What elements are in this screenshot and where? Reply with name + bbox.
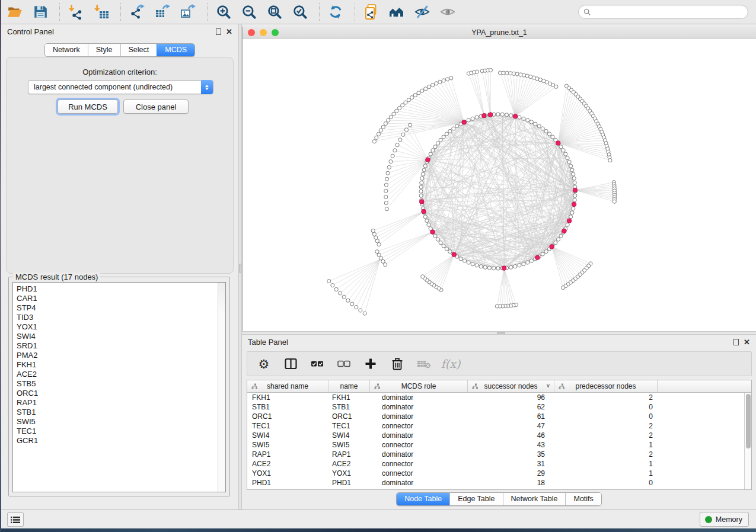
cell-predecessor-nodes[interactable]: 1 [554,460,658,468]
save-session-icon[interactable] [31,3,49,21]
cell-shared-name[interactable]: SWI4 [247,431,328,440]
network-window-titlebar[interactable]: YPA_prune.txt_1 [243,27,756,39]
column-header-predecessor-nodes[interactable]: predecessor nodes [554,380,658,392]
cell-shared-name[interactable]: PHD1 [247,479,328,487]
table-row[interactable]: ACE2ACE2connector311 [247,459,744,469]
cell-successor-nodes[interactable]: 29 [468,469,554,477]
table-row[interactable]: YOX1YOX1connector291 [247,469,744,478]
cell-MCDS-role[interactable]: dominator [370,403,468,411]
mcds-result-item[interactable]: STB1 [17,408,218,417]
mcds-result-item[interactable]: PHD1 [17,284,218,294]
cell-predecessor-nodes[interactable]: 2 [554,431,658,440]
cell-shared-name[interactable]: YOX1 [247,469,328,477]
apply-layout-icon[interactable] [327,3,344,21]
cell-predecessor-nodes[interactable]: 0 [554,479,658,487]
table-row[interactable]: RAP1RAP1dominator352 [247,450,744,459]
tab-style[interactable]: Style [88,44,120,56]
table-scrollbar[interactable] [744,393,751,489]
show-all-eye-icon[interactable] [439,3,457,21]
tab-network-table[interactable]: Network Table [503,493,566,505]
run-mcds-button[interactable]: Run MCDS [58,100,118,114]
search-box[interactable] [578,5,748,19]
result-list-scrollbar[interactable] [218,283,225,492]
tab-motifs[interactable]: Motifs [565,493,601,505]
zoom-in-icon[interactable] [215,3,232,21]
mcds-result-item[interactable]: SWI4 [17,332,218,341]
close-panel-icon[interactable]: ✕ [226,28,232,36]
cell-shared-name[interactable]: STB1 [247,403,328,411]
tab-network[interactable]: Network [45,44,88,56]
mcds-result-item[interactable]: ORC1 [17,389,218,398]
select-all-columns-icon[interactable] [310,356,324,371]
delete-columns-trash-icon[interactable] [390,356,404,371]
show-columns-icon[interactable] [283,356,298,371]
cell-name[interactable]: ORC1 [328,412,370,421]
table-row[interactable]: FKH1FKH1dominator962 [247,393,744,402]
cell-successor-nodes[interactable]: 31 [468,460,554,468]
cell-successor-nodes[interactable]: 43 [468,441,554,449]
export-network-icon[interactable] [128,3,146,21]
delete-table-icon[interactable] [417,356,431,371]
cell-shared-name[interactable]: RAP1 [247,450,328,459]
create-column-icon[interactable] [363,356,378,371]
mcds-result-item[interactable]: CAR1 [17,294,218,303]
export-table-icon[interactable] [154,3,171,21]
mcds-result-item[interactable]: RAP1 [17,398,218,408]
cell-MCDS-role[interactable]: dominator [370,450,468,459]
open-session-icon[interactable] [6,3,24,21]
table-row[interactable]: SWI5SWI5connector431 [247,440,744,450]
cell-name[interactable]: ACE2 [328,460,370,468]
zoom-selected-icon[interactable] [291,3,309,21]
splitter-grip[interactable] [239,264,241,273]
cell-name[interactable]: SWI4 [328,431,370,440]
tab-edge-table[interactable]: Edge Table [449,493,502,505]
table-row[interactable]: STB1STB1dominator620 [247,402,744,412]
close-window-light[interactable] [248,29,255,36]
cell-MCDS-role[interactable]: dominator [370,431,468,440]
import-table-icon[interactable] [92,3,110,21]
mcds-result-item[interactable]: TEC1 [17,427,218,436]
mcds-result-item[interactable]: STP4 [17,303,218,313]
table-row[interactable]: PHD1PHD1dominator180 [247,478,744,488]
cell-name[interactable]: SWI5 [328,441,370,449]
minimize-window-light[interactable] [260,29,267,36]
cell-shared-name[interactable]: SWI5 [247,441,328,449]
mcds-result-item[interactable]: FKH1 [17,360,218,370]
splitter-grip[interactable] [497,332,505,334]
cell-predecessor-nodes[interactable]: 0 [554,403,658,411]
cell-name[interactable]: TEC1 [328,422,370,430]
close-panel-icon[interactable]: ✕ [744,338,750,346]
zoom-out-icon[interactable] [240,3,258,21]
new-network-from-selection-icon[interactable] [362,3,380,21]
scrollbar-thumb[interactable] [746,394,751,448]
cell-successor-nodes[interactable]: 47 [468,422,554,430]
cell-MCDS-role[interactable]: dominator [370,412,468,421]
cell-successor-nodes[interactable]: 35 [468,450,554,459]
cell-shared-name[interactable]: TEC1 [247,422,328,430]
hide-selected-eye-icon[interactable] [413,3,431,21]
cell-predecessor-nodes[interactable]: 1 [554,441,658,449]
network-graph[interactable] [243,39,755,331]
task-history-button[interactable] [7,512,24,527]
cell-predecessor-nodes[interactable]: 2 [554,450,658,459]
cell-MCDS-role[interactable]: dominator [370,393,468,402]
cell-predecessor-nodes[interactable]: 0 [554,412,658,421]
mcds-result-item[interactable]: SRD1 [17,341,218,351]
cell-MCDS-role[interactable]: connector [370,460,468,468]
cell-name[interactable]: PHD1 [328,479,370,487]
cell-shared-name[interactable]: FKH1 [247,393,328,402]
cell-shared-name[interactable]: ORC1 [247,412,328,421]
column-header-successor-nodes[interactable]: successor nodes∨ [468,380,554,392]
float-panel-icon[interactable] [216,28,221,35]
mcds-result-item[interactable]: SWI5 [17,417,218,427]
mcds-result-item[interactable]: PMA2 [17,351,218,360]
network-canvas[interactable] [243,39,755,331]
cell-successor-nodes[interactable]: 18 [468,479,554,487]
mcds-result-item[interactable]: STB5 [17,379,218,389]
cell-name[interactable]: STB1 [328,403,370,411]
tab-mcds[interactable]: MCDS [157,44,194,56]
close-panel-button[interactable]: Close panel [123,100,189,114]
cell-successor-nodes[interactable]: 96 [468,393,554,402]
optimization-criterion-select[interactable]: largest connected component (undirected) [28,80,213,94]
zoom-fit-icon[interactable] [266,3,283,21]
